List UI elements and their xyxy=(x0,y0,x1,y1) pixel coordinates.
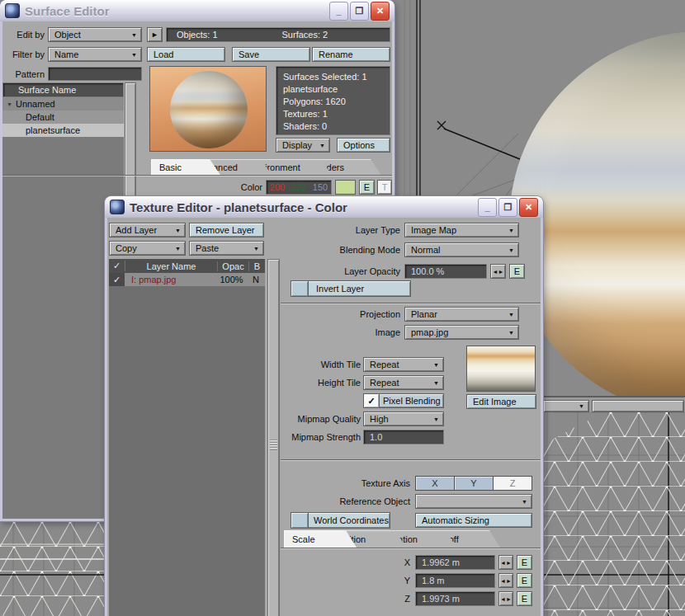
add-layer-label: Add Layer xyxy=(116,225,157,235)
paste-dropdown[interactable]: Paste ▼ xyxy=(189,241,264,256)
save-label: Save xyxy=(239,49,259,59)
texture-axis-y[interactable]: Y xyxy=(455,477,494,490)
filter-by-value: Name xyxy=(54,49,78,59)
scale-z-envelope-button[interactable]: E xyxy=(517,591,532,606)
scene-list-button[interactable]: ► xyxy=(147,27,163,42)
surface-editor-titlebar[interactable]: Surface Editor _ ❐ ✕ xyxy=(0,0,394,21)
envelope-label: E xyxy=(522,576,527,585)
layer-opacity-stepper[interactable]: ◄► xyxy=(490,264,506,279)
surface-list-item-default[interactable]: Default xyxy=(2,111,124,124)
wireframe-viewport-left[interactable] xyxy=(0,522,107,616)
chevron-down-icon: ▼ xyxy=(579,403,584,409)
blending-mode-label: Blending Mode xyxy=(285,245,400,255)
minimize-button[interactable]: _ xyxy=(329,2,348,21)
viewport-info-bar xyxy=(592,400,684,412)
width-tile-dropdown[interactable]: Repeat ▼ xyxy=(363,357,444,372)
automatic-sizing-button[interactable]: Automatic Sizing xyxy=(415,513,532,528)
scale-y-value: 1.8 m xyxy=(422,576,445,585)
width-tile-value: Repeat xyxy=(370,360,399,369)
app-icon xyxy=(110,200,125,214)
texture-axis-selector: X Y Z xyxy=(415,476,532,491)
remove-layer-button[interactable]: Remove Layer xyxy=(189,223,264,237)
objects-count: Objects: 1 xyxy=(177,30,218,40)
maximize-button[interactable]: ❐ xyxy=(350,2,369,21)
layer-enabled-checkbox[interactable]: ✓ xyxy=(109,273,125,286)
invert-layer-label: Invert Layer xyxy=(316,284,364,294)
options-button[interactable]: Options xyxy=(337,138,390,153)
load-button[interactable]: Load xyxy=(147,47,225,62)
pixel-blending-checkbox[interactable]: ✓ Pixel Blending xyxy=(363,393,444,408)
chevron-down-icon: ▼ xyxy=(433,416,439,422)
section-divider xyxy=(281,459,541,460)
layer-type-value: Image Map xyxy=(411,225,456,235)
copy-dropdown[interactable]: Copy ▼ xyxy=(109,241,186,256)
blending-mode-dropdown[interactable]: Normal ▼ xyxy=(404,242,519,257)
surfaces-count: Surfaces: 2 xyxy=(282,30,328,40)
texture-editor-titlebar[interactable]: Texture Editor - planetsurface - Color _… xyxy=(105,196,543,218)
texture-axis-x[interactable]: X xyxy=(416,477,455,490)
mipmap-quality-label: Mipmap Quality xyxy=(285,414,361,424)
scale-x-label: X xyxy=(385,557,410,567)
tab-basic[interactable]: Basic xyxy=(151,159,220,175)
remove-layer-label: Remove Layer xyxy=(196,225,255,235)
scale-z-field[interactable]: 1.9973 m xyxy=(415,591,495,606)
color-value-field[interactable]: 200 222 150 xyxy=(266,180,332,195)
world-coordinates-label: World Coordinates xyxy=(314,515,389,525)
scale-x-stepper[interactable]: ◄► xyxy=(498,555,513,570)
edit-image-button[interactable]: Edit Image xyxy=(466,394,536,409)
expander-icon[interactable]: ▼ xyxy=(7,101,12,107)
tab-scale[interactable]: Scale xyxy=(284,530,357,548)
height-tile-dropdown[interactable]: Repeat ▼ xyxy=(363,375,444,390)
color-envelope-button[interactable]: E xyxy=(359,180,375,195)
viewport-mode-dropdown[interactable]: ▼ xyxy=(543,400,589,412)
display-label: Display xyxy=(282,140,312,150)
scale-x-envelope-button[interactable]: E xyxy=(517,555,532,570)
surface-list-item-unnamed[interactable]: ▼ Unnamed xyxy=(2,97,124,111)
chevron-down-icon: ▼ xyxy=(131,32,137,38)
mipmap-strength-field[interactable]: 1.0 xyxy=(363,430,444,444)
chevron-down-icon: ▼ xyxy=(522,499,527,505)
layer-type-dropdown[interactable]: Image Map ▼ xyxy=(404,223,519,237)
wireframe-viewport-right[interactable] xyxy=(541,412,685,616)
filter-by-dropdown[interactable]: Name ▼ xyxy=(48,47,142,62)
texture-axis-z[interactable]: Z xyxy=(494,477,531,490)
minimize-button[interactable]: _ xyxy=(478,198,497,217)
surface-preview[interactable] xyxy=(149,66,267,152)
projection-dropdown[interactable]: Planar ▼ xyxy=(404,307,519,322)
surface-info-box: Surfaces Selected: 1 planetsurface Polyg… xyxy=(276,66,390,135)
info-line: Textures: 1 xyxy=(283,108,390,120)
options-label: Options xyxy=(343,140,375,150)
close-button[interactable]: ✕ xyxy=(519,198,538,217)
rename-button[interactable]: Rename xyxy=(312,47,390,62)
scale-x-field[interactable]: 1.9962 m xyxy=(415,555,495,570)
save-button[interactable]: Save xyxy=(232,47,310,62)
surface-list-item-planetsurface[interactable]: planetsurface xyxy=(2,124,124,137)
image-dropdown[interactable]: pmap.jpg ▼ xyxy=(404,325,519,340)
scale-y-envelope-button[interactable]: E xyxy=(517,573,532,588)
scale-z-stepper[interactable]: ◄► xyxy=(498,591,513,606)
stepper-arrows-icon: ◄► xyxy=(500,578,512,584)
color-texture-button[interactable]: T xyxy=(377,180,392,195)
scale-y-field[interactable]: 1.8 m xyxy=(415,573,495,588)
scale-y-stepper[interactable]: ◄► xyxy=(498,573,513,588)
mipmap-quality-dropdown[interactable]: High ▼ xyxy=(363,411,444,426)
height-tile-value: Repeat xyxy=(370,378,399,388)
close-button[interactable]: ✕ xyxy=(371,2,390,21)
invert-layer-checkbox[interactable]: Invert Layer xyxy=(291,280,411,297)
edit-by-dropdown[interactable]: Object ▼ xyxy=(48,27,142,42)
world-coordinates-checkbox[interactable]: World Coordinates xyxy=(291,512,390,529)
width-tile-label: Width Tile xyxy=(285,360,361,369)
blending-mode-value: Normal xyxy=(411,245,440,255)
tab-label: Scale xyxy=(292,534,315,544)
maximize-button[interactable]: ❐ xyxy=(498,198,517,217)
pattern-input[interactable] xyxy=(48,67,142,81)
layer-row[interactable]: ✓ I: pmap.jpg 100% N xyxy=(109,273,265,286)
info-line: Polygons: 1620 xyxy=(283,96,390,108)
display-dropdown[interactable]: Display ▼ xyxy=(276,138,330,153)
scrollbar-grip[interactable] xyxy=(270,440,277,450)
layer-opacity-field[interactable]: 100.0 % xyxy=(404,264,487,279)
add-layer-dropdown[interactable]: Add Layer ▼ xyxy=(109,223,186,237)
layer-opacity-envelope-button[interactable]: E xyxy=(509,264,525,279)
color-swatch[interactable] xyxy=(335,180,356,195)
reference-object-dropdown[interactable]: ▼ xyxy=(415,494,532,509)
